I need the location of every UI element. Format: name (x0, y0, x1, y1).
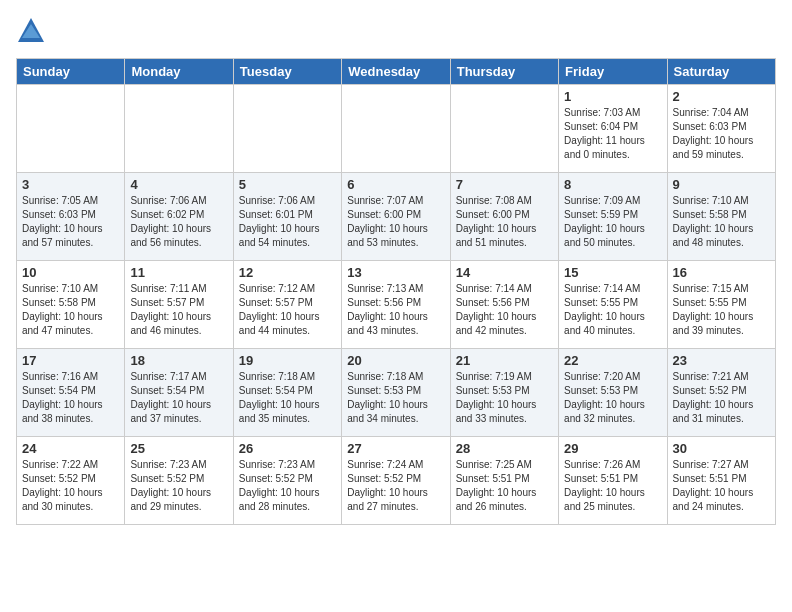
calendar-cell: 24Sunrise: 7:22 AM Sunset: 5:52 PM Dayli… (17, 437, 125, 525)
day-number: 6 (347, 177, 444, 192)
day-info: Sunrise: 7:07 AM Sunset: 6:00 PM Dayligh… (347, 195, 428, 248)
day-number: 2 (673, 89, 770, 104)
day-info: Sunrise: 7:08 AM Sunset: 6:00 PM Dayligh… (456, 195, 537, 248)
day-number: 3 (22, 177, 119, 192)
calendar-cell: 23Sunrise: 7:21 AM Sunset: 5:52 PM Dayli… (667, 349, 775, 437)
day-info: Sunrise: 7:18 AM Sunset: 5:54 PM Dayligh… (239, 371, 320, 424)
day-number: 25 (130, 441, 227, 456)
day-number: 26 (239, 441, 336, 456)
calendar-cell: 2Sunrise: 7:04 AM Sunset: 6:03 PM Daylig… (667, 85, 775, 173)
calendar-cell: 30Sunrise: 7:27 AM Sunset: 5:51 PM Dayli… (667, 437, 775, 525)
day-header-friday: Friday (559, 59, 667, 85)
day-number: 4 (130, 177, 227, 192)
day-number: 17 (22, 353, 119, 368)
calendar-table: SundayMondayTuesdayWednesdayThursdayFrid… (16, 58, 776, 525)
calendar-cell: 22Sunrise: 7:20 AM Sunset: 5:53 PM Dayli… (559, 349, 667, 437)
day-number: 27 (347, 441, 444, 456)
calendar-header: SundayMondayTuesdayWednesdayThursdayFrid… (17, 59, 776, 85)
day-info: Sunrise: 7:14 AM Sunset: 5:55 PM Dayligh… (564, 283, 645, 336)
day-number: 14 (456, 265, 553, 280)
day-info: Sunrise: 7:17 AM Sunset: 5:54 PM Dayligh… (130, 371, 211, 424)
calendar-cell: 20Sunrise: 7:18 AM Sunset: 5:53 PM Dayli… (342, 349, 450, 437)
day-number: 7 (456, 177, 553, 192)
calendar-cell: 27Sunrise: 7:24 AM Sunset: 5:52 PM Dayli… (342, 437, 450, 525)
day-number: 15 (564, 265, 661, 280)
calendar-cell: 18Sunrise: 7:17 AM Sunset: 5:54 PM Dayli… (125, 349, 233, 437)
calendar-cell: 3Sunrise: 7:05 AM Sunset: 6:03 PM Daylig… (17, 173, 125, 261)
calendar-cell: 5Sunrise: 7:06 AM Sunset: 6:01 PM Daylig… (233, 173, 341, 261)
calendar-cell: 15Sunrise: 7:14 AM Sunset: 5:55 PM Dayli… (559, 261, 667, 349)
day-number: 20 (347, 353, 444, 368)
day-header-monday: Monday (125, 59, 233, 85)
day-info: Sunrise: 7:09 AM Sunset: 5:59 PM Dayligh… (564, 195, 645, 248)
day-info: Sunrise: 7:25 AM Sunset: 5:51 PM Dayligh… (456, 459, 537, 512)
day-number: 28 (456, 441, 553, 456)
calendar-week-5: 24Sunrise: 7:22 AM Sunset: 5:52 PM Dayli… (17, 437, 776, 525)
day-number: 30 (673, 441, 770, 456)
page-header (16, 16, 776, 46)
calendar-cell: 25Sunrise: 7:23 AM Sunset: 5:52 PM Dayli… (125, 437, 233, 525)
day-info: Sunrise: 7:06 AM Sunset: 6:01 PM Dayligh… (239, 195, 320, 248)
day-info: Sunrise: 7:10 AM Sunset: 5:58 PM Dayligh… (673, 195, 754, 248)
calendar-cell: 9Sunrise: 7:10 AM Sunset: 5:58 PM Daylig… (667, 173, 775, 261)
day-number: 10 (22, 265, 119, 280)
day-info: Sunrise: 7:26 AM Sunset: 5:51 PM Dayligh… (564, 459, 645, 512)
day-info: Sunrise: 7:16 AM Sunset: 5:54 PM Dayligh… (22, 371, 103, 424)
calendar-cell: 19Sunrise: 7:18 AM Sunset: 5:54 PM Dayli… (233, 349, 341, 437)
day-number: 8 (564, 177, 661, 192)
day-info: Sunrise: 7:03 AM Sunset: 6:04 PM Dayligh… (564, 107, 645, 160)
day-number: 22 (564, 353, 661, 368)
day-info: Sunrise: 7:24 AM Sunset: 5:52 PM Dayligh… (347, 459, 428, 512)
logo (16, 16, 50, 46)
day-number: 5 (239, 177, 336, 192)
calendar-cell (450, 85, 558, 173)
day-info: Sunrise: 7:23 AM Sunset: 5:52 PM Dayligh… (239, 459, 320, 512)
logo-icon (16, 16, 46, 46)
day-number: 18 (130, 353, 227, 368)
calendar-cell: 29Sunrise: 7:26 AM Sunset: 5:51 PM Dayli… (559, 437, 667, 525)
day-header-saturday: Saturday (667, 59, 775, 85)
calendar-week-2: 3Sunrise: 7:05 AM Sunset: 6:03 PM Daylig… (17, 173, 776, 261)
day-number: 29 (564, 441, 661, 456)
calendar-cell: 11Sunrise: 7:11 AM Sunset: 5:57 PM Dayli… (125, 261, 233, 349)
day-info: Sunrise: 7:12 AM Sunset: 5:57 PM Dayligh… (239, 283, 320, 336)
header-row: SundayMondayTuesdayWednesdayThursdayFrid… (17, 59, 776, 85)
day-info: Sunrise: 7:13 AM Sunset: 5:56 PM Dayligh… (347, 283, 428, 336)
day-number: 19 (239, 353, 336, 368)
calendar-cell (233, 85, 341, 173)
day-info: Sunrise: 7:10 AM Sunset: 5:58 PM Dayligh… (22, 283, 103, 336)
day-info: Sunrise: 7:11 AM Sunset: 5:57 PM Dayligh… (130, 283, 211, 336)
calendar-cell (342, 85, 450, 173)
day-info: Sunrise: 7:21 AM Sunset: 5:52 PM Dayligh… (673, 371, 754, 424)
calendar-cell: 1Sunrise: 7:03 AM Sunset: 6:04 PM Daylig… (559, 85, 667, 173)
day-info: Sunrise: 7:04 AM Sunset: 6:03 PM Dayligh… (673, 107, 754, 160)
day-header-sunday: Sunday (17, 59, 125, 85)
day-info: Sunrise: 7:19 AM Sunset: 5:53 PM Dayligh… (456, 371, 537, 424)
day-header-thursday: Thursday (450, 59, 558, 85)
calendar-cell: 16Sunrise: 7:15 AM Sunset: 5:55 PM Dayli… (667, 261, 775, 349)
calendar-week-4: 17Sunrise: 7:16 AM Sunset: 5:54 PM Dayli… (17, 349, 776, 437)
day-info: Sunrise: 7:23 AM Sunset: 5:52 PM Dayligh… (130, 459, 211, 512)
calendar-cell: 7Sunrise: 7:08 AM Sunset: 6:00 PM Daylig… (450, 173, 558, 261)
day-info: Sunrise: 7:15 AM Sunset: 5:55 PM Dayligh… (673, 283, 754, 336)
day-number: 21 (456, 353, 553, 368)
day-number: 12 (239, 265, 336, 280)
day-number: 9 (673, 177, 770, 192)
calendar-cell (125, 85, 233, 173)
calendar-cell: 28Sunrise: 7:25 AM Sunset: 5:51 PM Dayli… (450, 437, 558, 525)
day-info: Sunrise: 7:18 AM Sunset: 5:53 PM Dayligh… (347, 371, 428, 424)
calendar-cell: 13Sunrise: 7:13 AM Sunset: 5:56 PM Dayli… (342, 261, 450, 349)
day-info: Sunrise: 7:22 AM Sunset: 5:52 PM Dayligh… (22, 459, 103, 512)
day-number: 11 (130, 265, 227, 280)
calendar-cell: 8Sunrise: 7:09 AM Sunset: 5:59 PM Daylig… (559, 173, 667, 261)
calendar-cell: 6Sunrise: 7:07 AM Sunset: 6:00 PM Daylig… (342, 173, 450, 261)
day-number: 13 (347, 265, 444, 280)
day-header-wednesday: Wednesday (342, 59, 450, 85)
day-number: 16 (673, 265, 770, 280)
calendar-week-3: 10Sunrise: 7:10 AM Sunset: 5:58 PM Dayli… (17, 261, 776, 349)
day-info: Sunrise: 7:05 AM Sunset: 6:03 PM Dayligh… (22, 195, 103, 248)
calendar-cell: 12Sunrise: 7:12 AM Sunset: 5:57 PM Dayli… (233, 261, 341, 349)
calendar-week-1: 1Sunrise: 7:03 AM Sunset: 6:04 PM Daylig… (17, 85, 776, 173)
day-info: Sunrise: 7:14 AM Sunset: 5:56 PM Dayligh… (456, 283, 537, 336)
calendar-body: 1Sunrise: 7:03 AM Sunset: 6:04 PM Daylig… (17, 85, 776, 525)
